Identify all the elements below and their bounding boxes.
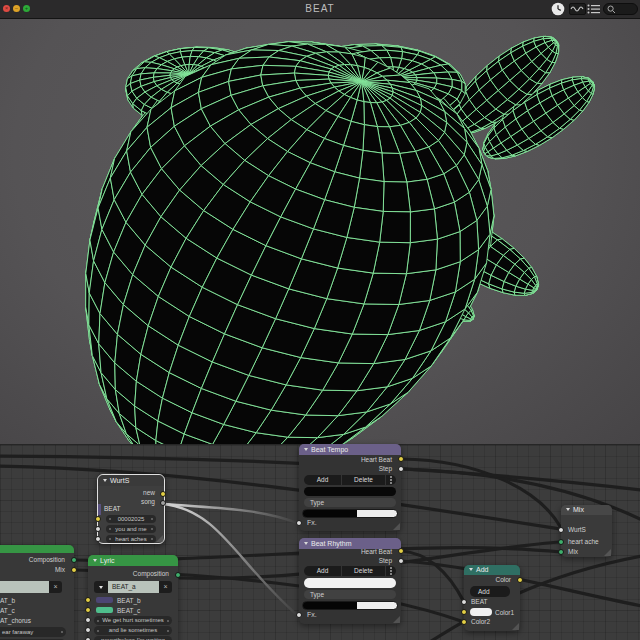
value-slider[interactable] xyxy=(302,601,398,610)
socket-input-heart-ache[interactable] xyxy=(558,539,564,545)
node-mix[interactable]: Mix WurtS heart ache Mix xyxy=(561,505,612,557)
color-swatch[interactable] xyxy=(96,597,113,603)
socket-input-beat[interactable] xyxy=(461,599,467,605)
socket-input[interactable] xyxy=(85,617,91,623)
output-label-mix: Mix xyxy=(55,566,65,573)
id-selector-value[interactable] xyxy=(0,581,49,593)
socket-output-heart-beat[interactable] xyxy=(398,456,404,462)
socket-input[interactable] xyxy=(85,607,91,613)
node-composition-header[interactable] xyxy=(0,545,74,553)
collapse-icon[interactable] xyxy=(93,559,97,562)
step-left-icon[interactable] xyxy=(109,528,111,530)
clear-icon[interactable]: × xyxy=(49,581,62,593)
search-field[interactable] xyxy=(603,3,638,15)
node-beat-rhythm[interactable]: Beat Rhythm Heart Beat Step Add Delete T… xyxy=(299,538,401,624)
value-slider[interactable] xyxy=(302,509,398,518)
delete-button[interactable]: Delete xyxy=(342,475,385,485)
socket-input-wurts[interactable] xyxy=(558,527,564,533)
socket-output-heart-beat[interactable] xyxy=(398,548,404,554)
socket-output-step[interactable] xyxy=(398,558,404,564)
value-field[interactable]: 00002025 xyxy=(106,515,156,523)
menu-dots-icon[interactable] xyxy=(386,475,396,485)
resize-grip[interactable] xyxy=(604,549,611,556)
collapse-icon[interactable] xyxy=(304,542,308,545)
resize-grip[interactable] xyxy=(393,523,400,530)
socket-output-composition[interactable] xyxy=(71,557,77,563)
step-left-icon[interactable] xyxy=(109,538,111,540)
text-field[interactable]: We get hurt sometimes xyxy=(94,616,172,625)
step-right-icon[interactable] xyxy=(167,620,169,622)
socket-output-mix[interactable] xyxy=(71,567,77,573)
text-field[interactable]: and lie sometimes xyxy=(94,626,172,635)
step-right-icon[interactable] xyxy=(151,528,153,530)
step-right-icon[interactable] xyxy=(151,518,153,520)
step-right-icon[interactable] xyxy=(61,631,63,633)
socket-input-color2[interactable] xyxy=(461,619,467,625)
socket-input-fx[interactable] xyxy=(296,520,302,526)
socket-input[interactable] xyxy=(85,627,91,633)
resize-grip[interactable] xyxy=(156,535,163,542)
node-lyric-header[interactable]: Lyric xyxy=(88,555,178,566)
text-field[interactable]: nevertheless I'm waiting xyxy=(94,636,172,640)
value-field[interactable]: you and me xyxy=(106,525,156,533)
search-input[interactable] xyxy=(616,4,636,14)
type-dropdown[interactable]: Type xyxy=(304,590,396,599)
node-beat-tempo[interactable]: Beat Tempo Heart Beat Step Add Delete Ty… xyxy=(299,444,401,531)
socket-input-fx[interactable] xyxy=(296,612,302,618)
socket-output-step[interactable] xyxy=(398,466,404,472)
step-left-icon[interactable] xyxy=(109,518,111,520)
node-title: Beat Tempo xyxy=(311,446,348,453)
socket-input-color1[interactable] xyxy=(461,609,467,615)
add-button[interactable]: Add xyxy=(304,475,341,485)
node-lyric[interactable]: Lyric Composition BEAT_a × BEAT_b BEAT_c… xyxy=(88,555,178,640)
3d-viewport[interactable] xyxy=(0,18,640,444)
socket-output-color[interactable] xyxy=(517,577,523,583)
step-right-icon[interactable] xyxy=(151,538,153,540)
clear-icon[interactable]: × xyxy=(159,581,172,593)
value-bar[interactable] xyxy=(304,578,396,588)
id-selector-field[interactable]: BEAT_a × xyxy=(94,581,172,593)
menu-dots-icon[interactable] xyxy=(386,566,396,576)
socket-input[interactable] xyxy=(95,516,101,522)
node-wurts-header[interactable]: WurtS xyxy=(98,475,164,486)
color1-swatch[interactable] xyxy=(470,608,492,616)
node-wurts[interactable]: WurtS new song BEAT 00002025 you and me … xyxy=(97,474,165,544)
list-icon[interactable] xyxy=(587,4,600,14)
add-operation-button[interactable]: Add xyxy=(470,586,510,597)
delete-button[interactable]: Delete xyxy=(342,566,385,576)
node-add-header[interactable]: Add xyxy=(464,565,520,575)
socket-input[interactable] xyxy=(95,536,101,542)
step-left-icon[interactable] xyxy=(97,620,99,622)
heart-mesh[interactable] xyxy=(0,18,640,444)
text-field[interactable]: ear faraway xyxy=(0,627,66,637)
collapse-icon[interactable] xyxy=(103,479,107,482)
value-field[interactable]: heart aches xyxy=(106,535,156,543)
output-label-composition: Composition xyxy=(29,556,65,563)
type-dropdown[interactable]: Type xyxy=(304,498,396,507)
socket-output-song[interactable] xyxy=(160,500,166,506)
value-bar[interactable] xyxy=(304,487,396,496)
socket-input[interactable] xyxy=(85,597,91,603)
node-mix-header[interactable]: Mix xyxy=(561,505,612,515)
id-selector-value[interactable]: BEAT_a xyxy=(108,581,159,593)
step-right-icon[interactable] xyxy=(167,630,169,632)
add-button[interactable]: Add xyxy=(304,566,341,576)
chevron-down-icon[interactable] xyxy=(94,581,108,593)
clock-icon[interactable] xyxy=(551,2,565,16)
collapse-icon[interactable] xyxy=(566,508,570,511)
id-selector-field[interactable]: × xyxy=(0,581,62,593)
node-add[interactable]: Add Color Add BEAT Color1 Color2 xyxy=(464,565,520,631)
node-composition[interactable]: Composition Mix × AT_b AT_c AT_chorus ea… xyxy=(0,545,74,640)
driver-waveform-button[interactable] xyxy=(569,3,586,15)
socket-input-mix[interactable] xyxy=(558,549,564,555)
collapse-icon[interactable] xyxy=(304,448,308,451)
step-left-icon[interactable] xyxy=(97,630,99,632)
socket-output-new[interactable] xyxy=(160,491,166,497)
socket-output-composition[interactable] xyxy=(175,572,181,578)
node-beat-tempo-header[interactable]: Beat Tempo xyxy=(299,444,401,455)
socket-input[interactable] xyxy=(95,526,101,532)
color-swatch[interactable] xyxy=(96,607,113,613)
resize-grip[interactable] xyxy=(512,623,519,630)
collapse-icon[interactable] xyxy=(469,568,473,571)
resize-grip[interactable] xyxy=(393,616,400,623)
